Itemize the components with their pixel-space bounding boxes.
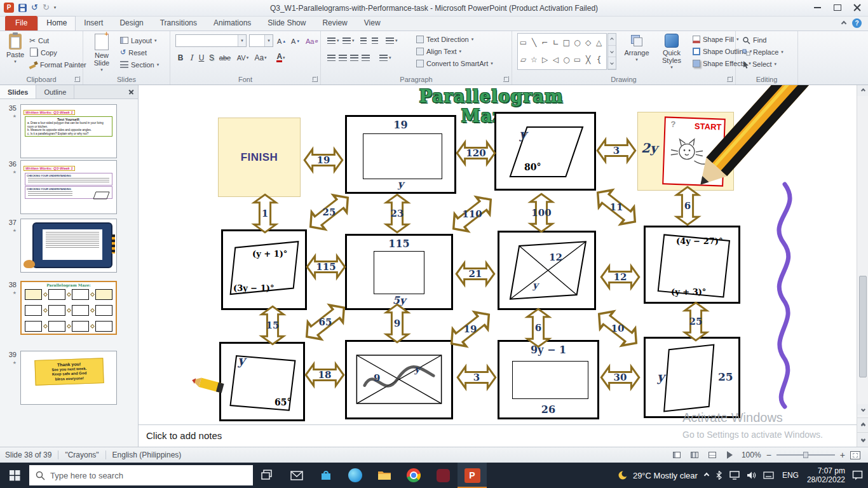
close-button[interactable] <box>847 0 867 15</box>
align-center-button[interactable] <box>339 51 347 64</box>
slide-thumbnail-37[interactable] <box>20 219 117 273</box>
search-input[interactable] <box>50 471 228 480</box>
notes-pane[interactable]: Click to add notes <box>139 424 857 447</box>
tab-review[interactable]: Review <box>314 16 355 30</box>
align-left-button[interactable] <box>327 51 336 64</box>
font-size-dropdown-icon[interactable]: ▾ <box>264 35 273 46</box>
slide-sorter-view-button[interactable] <box>688 450 701 461</box>
copy-button[interactable]: Copy <box>29 46 57 58</box>
purple-squiggle-decoration[interactable] <box>764 180 805 410</box>
maze-arrow-19b[interactable]: 19 <box>451 316 490 342</box>
close-panel-icon[interactable] <box>124 85 138 98</box>
font-size-combobox[interactable]: ▾ <box>249 34 273 47</box>
maximize-button[interactable] <box>827 0 847 15</box>
maze-arrow-100[interactable]: 100 <box>522 200 561 226</box>
text-direction-button[interactable]: Text Direction▾ <box>416 34 473 45</box>
tab-home[interactable]: Home <box>37 16 76 30</box>
powerpoint-app-icon[interactable]: P <box>4 3 14 13</box>
scroll-down-button[interactable] <box>857 404 868 415</box>
gallery-scroll-down[interactable] <box>608 46 616 58</box>
new-slide-button[interactable]: New Slide ▾ <box>87 34 116 72</box>
shapes-gallery-scrollbar[interactable] <box>607 33 616 70</box>
shape-box-icon[interactable]: ▭ <box>574 55 581 64</box>
volume-icon[interactable] <box>747 471 756 480</box>
maze-arrow-65[interactable]: 65 <box>306 309 345 336</box>
para80-box[interactable]: y 80° <box>494 112 596 191</box>
clipboard-dialog-launcher[interactable] <box>74 76 80 82</box>
zoom-level[interactable]: 100% <box>742 451 761 459</box>
change-case-button[interactable]: Aa▾ <box>253 51 268 64</box>
tab-insert[interactable]: Insert <box>76 16 111 30</box>
maze-arrow-1[interactable]: 1 <box>245 200 285 227</box>
maze-arrow-25b[interactable]: 25 <box>676 308 715 335</box>
shape-corner-icon[interactable]: ⌐ <box>541 38 548 47</box>
bluetooth-icon[interactable] <box>715 471 722 480</box>
powerpoint-taskbar-icon[interactable]: P <box>458 463 487 488</box>
shape-diamond-icon[interactable]: ◇ <box>585 38 591 47</box>
maze-arrow-12[interactable]: 12 <box>600 264 640 290</box>
help-icon[interactable]: ? <box>852 18 862 28</box>
cut-button[interactable]: ✂Cut <box>29 34 49 46</box>
touch-keyboard-icon[interactable] <box>763 471 774 479</box>
shape-triangle-icon[interactable]: △ <box>596 38 602 47</box>
para-diagonals-box[interactable]: 12 y <box>498 231 596 310</box>
tab-file[interactable]: File <box>5 16 37 30</box>
tab-design[interactable]: Design <box>111 16 151 30</box>
drawing-dialog-launcher[interactable] <box>727 76 733 82</box>
gallery-scroll-up[interactable] <box>608 34 616 46</box>
paragraph-dialog-launcher[interactable] <box>503 76 509 82</box>
maze-arrow-9[interactable]: 9 <box>377 310 417 337</box>
network-icon[interactable] <box>729 471 740 480</box>
font-dialog-launcher[interactable] <box>312 76 318 82</box>
start-button[interactable] <box>0 463 29 488</box>
slide-thumbnail-38-selected[interactable]: Parallelogram Maze: <box>20 281 117 335</box>
maze-arrow-23[interactable]: 23 <box>377 200 417 227</box>
file-explorer-icon[interactable] <box>370 463 399 488</box>
para-4y-box[interactable]: (4y − 27)° (y + 3)° <box>644 226 740 304</box>
character-spacing-button[interactable]: AV▾ <box>236 51 250 64</box>
increase-indent-button[interactable] <box>372 34 378 47</box>
italic-button[interactable]: I <box>187 51 196 64</box>
font-name-dropdown-icon[interactable]: ▾ <box>238 35 246 46</box>
media-player-icon[interactable] <box>428 463 458 488</box>
maze-arrow-19[interactable]: 19 <box>304 147 343 173</box>
task-view-button[interactable] <box>253 463 282 488</box>
reset-button[interactable]: ↺Reset <box>120 46 147 58</box>
shape-oval-icon[interactable]: ○ <box>563 55 569 64</box>
text-shadow-button[interactable]: S <box>207 51 216 64</box>
language-indicator[interactable]: ENG <box>781 471 800 480</box>
tab-slides-panel[interactable]: Slides <box>0 85 36 98</box>
repeat-icon[interactable]: ↻ <box>43 3 50 12</box>
slideshow-view-button[interactable] <box>724 450 736 461</box>
shape-line-icon[interactable]: ╲ <box>532 38 536 47</box>
weather-widget[interactable]: 29°C Mostly clear <box>617 470 698 481</box>
select-button[interactable]: Select▾ <box>742 58 776 70</box>
next-slide-button[interactable] <box>857 432 868 446</box>
slide-thumbnail-36[interactable]: Written Works: Q3-Week 1 CHECKING YOUR U… <box>20 160 117 214</box>
shape-arrow-right-icon[interactable]: ▷ <box>542 55 548 64</box>
shapes-gallery[interactable]: ▭╲⌐∟□○◇△ ▱☆▷◁○▭╳{ <box>517 33 607 70</box>
zoom-slider[interactable] <box>776 454 835 456</box>
maze-arrow-6b[interactable]: 6 <box>519 315 558 341</box>
maze-arrow-3[interactable]: 3 <box>597 137 636 164</box>
bold-button[interactable]: B <box>175 51 186 64</box>
shape-arrow-left-icon[interactable]: ◁ <box>553 55 559 64</box>
notes-placeholder[interactable]: Click to add notes <box>146 430 222 441</box>
undo-icon[interactable]: ↺ <box>31 3 38 12</box>
hidden-icons-chevron[interactable] <box>704 473 709 478</box>
columns-button[interactable]: ▾ <box>379 51 391 64</box>
store-icon[interactable] <box>311 463 341 488</box>
align-text-button[interactable]: Align Text▾ <box>416 46 461 57</box>
para65-box[interactable]: y 65° <box>219 342 305 421</box>
small-pencil-decoration[interactable] <box>189 370 229 402</box>
zoom-out-button[interactable]: − <box>766 450 771 460</box>
rect-x-box[interactable]: 9 y <box>345 340 453 419</box>
language-status[interactable]: English (Philippines) <box>112 451 182 459</box>
tab-transitions[interactable]: Transitions <box>152 16 205 30</box>
font-color-button[interactable]: A▾ <box>273 51 288 64</box>
maze-arrow-30[interactable]: 30 <box>600 364 640 391</box>
shape-angle-icon[interactable]: ∟ <box>552 38 559 47</box>
maze-arrow-15[interactable]: 15 <box>253 312 292 339</box>
zoom-slider-thumb[interactable] <box>803 452 808 458</box>
zoom-in-button[interactable]: + <box>840 450 845 460</box>
